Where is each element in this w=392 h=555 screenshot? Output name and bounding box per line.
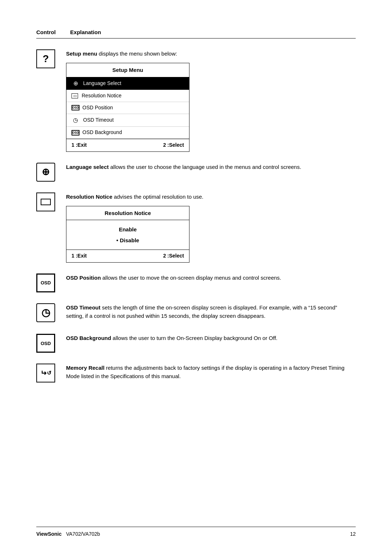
memory-recall-rest: returns the adjustments back to factory …: [66, 365, 344, 379]
page-footer: ViewSonic VA702/VA702b 12: [36, 527, 356, 537]
menu-item-osd-timeout: ◷ OSD Timeout: [66, 114, 189, 127]
language-icon: ⊕: [72, 79, 79, 88]
osd-position-icon-small: OSD: [72, 105, 79, 110]
memory-recall-text: Memory Recall returns the adjustments ba…: [66, 364, 356, 384]
osd-timeout-description: OSD Timeout sets the length of time the …: [66, 303, 356, 320]
res-table-title: Resolution Notice: [66, 206, 189, 220]
setup-menu-row: ? Setup menu displays the menu shown bel…: [36, 49, 356, 152]
res-table-body: Enable • Disable: [66, 220, 189, 250]
osd-background-icon-small: OSD: [72, 130, 79, 135]
setup-menu-bold: Setup menu: [66, 50, 97, 57]
osd-timeout-icon: ◷: [36, 303, 55, 322]
header-explanation-label: Explanation: [70, 29, 101, 35]
res-footer-exit: 1 :Exit: [72, 252, 87, 260]
setup-menu-rest: displays the menu shown below:: [97, 50, 177, 57]
osd-position-row: OSD OSD Position allows the user to move…: [36, 274, 356, 292]
osd-position-description: OSD Position allows the user to move the…: [66, 274, 356, 282]
osd-timeout-rest: sets the length of time the on-screen di…: [66, 304, 337, 319]
memory-icon-symbol: ↵↺: [40, 369, 52, 377]
setup-menu-text: Setup menu displays the menu shown below…: [66, 49, 356, 152]
menu-item-osd-background: OSD OSD Background: [66, 127, 189, 139]
language-bold: Language select: [66, 164, 109, 170]
clock-icon-small: ◷: [72, 116, 79, 125]
memory-recall-description: Memory Recall returns the adjustments ba…: [66, 364, 356, 381]
resolution-bold: Resolution Notice: [66, 194, 113, 200]
osd-position-rest: allows the user to move the on-screen di…: [101, 275, 281, 281]
setup-menu-table-title: Setup Menu: [66, 63, 189, 77]
osd-position-text: OSD Position allows the user to move the…: [66, 274, 356, 285]
setup-menu-icon: ?: [36, 49, 55, 68]
memory-recall-bold: Memory Recall: [66, 365, 105, 371]
osd-position-icon: OSD: [36, 274, 55, 292]
page-container: Control Explanation ? Setup menu display…: [0, 0, 392, 424]
osd-background-symbol: OSD: [41, 341, 51, 346]
rect-icon-symbol: [41, 199, 51, 205]
osd-background-icon: OSD: [36, 334, 55, 353]
osd-timeout-bold: OSD Timeout: [66, 304, 101, 311]
footer-model: VA702/VA702b: [66, 531, 100, 537]
memory-recall-icon: ↵↺: [36, 364, 55, 382]
setup-menu-table: Setup Menu ⊕ Language Select ▭ Resolutio…: [66, 63, 189, 152]
clock-icon-symbol: ◷: [41, 307, 50, 319]
language-select-text: Language select allows the user to choos…: [66, 163, 356, 174]
osd-background-text: OSD Background allows the user to turn t…: [66, 334, 356, 345]
resolution-notice-row: Resolution Notice advises the optimal re…: [36, 193, 356, 263]
setup-footer-select: 2 :Select: [163, 141, 184, 149]
footer-brand: ViewSonic: [36, 531, 62, 537]
menu-item-osd-position: OSD OSD Position: [66, 102, 189, 114]
osd-position-symbol: OSD: [41, 280, 51, 285]
resolution-notice-description: Resolution Notice advises the optimal re…: [66, 193, 356, 201]
resolution-notice-text: Resolution Notice advises the optimal re…: [66, 193, 356, 263]
footer-page-number: 12: [350, 531, 356, 537]
osd-background-description: OSD Background allows the user to turn t…: [66, 334, 356, 342]
setup-menu-description: Setup menu displays the menu shown below…: [66, 49, 356, 58]
osd-position-bold: OSD Position: [66, 275, 101, 281]
disable-label: • Disable: [117, 237, 139, 243]
resolution-notice-table: Resolution Notice Enable • Disable 1 :Ex…: [66, 206, 189, 262]
disable-row: • Disable: [72, 236, 184, 244]
header-row: Control Explanation: [36, 29, 356, 35]
osd-background-rest: allows the user to turn the On-Screen Di…: [111, 335, 277, 341]
globe-icon-symbol: ⊕: [42, 166, 50, 178]
osd-background-row: OSD OSD Background allows the user to tu…: [36, 334, 356, 353]
language-label: Language Select: [83, 80, 121, 88]
header-divider: [36, 38, 356, 39]
osd-timeout-text: OSD Timeout sets the length of time the …: [66, 303, 356, 323]
language-select-icon: ⊕: [36, 163, 55, 182]
resolution-icon-small: ▭: [72, 93, 78, 98]
memory-recall-row: ↵↺ Memory Recall returns the adjustments…: [36, 364, 356, 384]
res-table-footer: 1 :Exit 2 :Select: [66, 250, 189, 262]
language-rest: allows the user to choose the language u…: [109, 164, 301, 170]
enable-row: Enable: [72, 225, 184, 234]
setup-menu-footer: 1 :Exit 2 :Select: [66, 139, 189, 151]
resolution-label: Resolution Notice: [82, 92, 122, 100]
language-select-description: Language select allows the user to choos…: [66, 163, 356, 171]
osd-background-label: OSD Background: [82, 129, 122, 137]
question-icon-symbol: ?: [42, 53, 49, 65]
osd-timeout-label: OSD Timeout: [83, 116, 114, 124]
res-footer-select: 2 :Select: [163, 252, 184, 260]
resolution-notice-icon: [36, 193, 55, 211]
osd-timeout-row: ◷ OSD Timeout sets the length of time th…: [36, 303, 356, 323]
language-select-row: ⊕ Language select allows the user to cho…: [36, 163, 356, 182]
menu-item-resolution: ▭ Resolution Notice: [66, 90, 189, 102]
osd-position-label: OSD Position: [82, 104, 113, 112]
footer-brand-model: ViewSonic VA702/VA702b: [36, 531, 100, 537]
header-control-label: Control: [36, 29, 56, 35]
osd-background-bold: OSD Background: [66, 335, 111, 341]
resolution-rest: advises the optimal resolution to use.: [113, 194, 204, 200]
enable-label: Enable: [119, 226, 136, 232]
menu-item-language: ⊕ Language Select: [66, 77, 189, 90]
setup-footer-exit: 1 :Exit: [72, 141, 87, 149]
